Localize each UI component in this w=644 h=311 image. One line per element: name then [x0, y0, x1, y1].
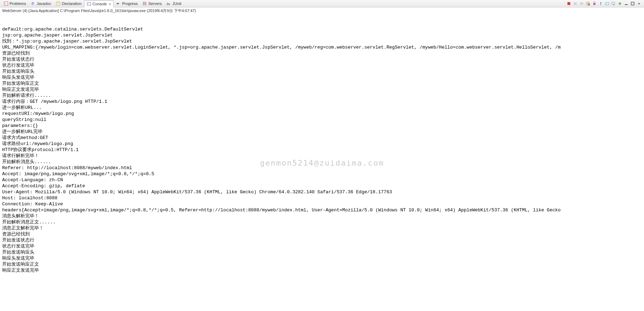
svg-text:!: ! [5, 2, 6, 5]
view-menu-icon[interactable] [636, 1, 642, 6]
svg-rect-10 [117, 3, 119, 4]
tab-servers[interactable]: Servers [140, 0, 164, 7]
svg-rect-30 [612, 2, 615, 4]
open-console-dropdown-icon[interactable] [611, 1, 616, 6]
terminate-icon[interactable] [566, 1, 572, 6]
console-toolbar [566, 1, 644, 6]
tab-label: Console [93, 2, 107, 6]
tab-javadoc[interactable]: @ Javadoc [28, 0, 54, 7]
launch-title: WebServer (4) [Java Application] [2, 9, 59, 13]
clear-icon[interactable] [585, 1, 591, 6]
tab-label: Progress [122, 1, 138, 6]
eclipse-console-view: ! Problems @ Javadoc Declaration Console… [0, 0, 644, 311]
problems-icon: ! [4, 1, 9, 6]
svg-text:@: @ [33, 2, 35, 5]
tab-label: Problems [10, 1, 26, 6]
svg-text:Ju: Ju [166, 2, 170, 6]
remove-all-terminated-icon [579, 1, 584, 6]
tab-label: Javadoc [37, 1, 51, 6]
javadoc-icon: @ [30, 1, 35, 6]
scroll-lock-icon[interactable] [592, 1, 597, 6]
svg-rect-34 [631, 2, 634, 5]
console-output[interactable]: default:org.apache.catalina.servlets.Def… [0, 14, 644, 311]
launch-info-bar: WebServer (4) [Java Application] C:\Prog… [0, 7, 644, 14]
svg-rect-4 [56, 2, 60, 5]
junit-icon: Ju [166, 1, 171, 6]
console-text: default:org.apache.catalina.servlets.Def… [2, 26, 642, 273]
maximize-icon[interactable] [630, 1, 635, 6]
servers-icon [142, 1, 147, 6]
svg-rect-12 [143, 4, 146, 5]
launch-timestamp: (2019年4月9日 下午4:07:47) [147, 9, 196, 13]
tab-problems[interactable]: ! Problems [1, 0, 28, 7]
svg-rect-26 [593, 3, 595, 5]
svg-rect-11 [143, 2, 146, 3]
remove-launch-icon [572, 1, 578, 6]
tab-junit[interactable]: Ju JUnit [164, 0, 184, 7]
launch-path: C:\Program Files\Java\jre1.8.0_161\bin\j… [60, 9, 146, 13]
pin-console-icon[interactable] [598, 1, 604, 6]
tab-progress[interactable]: Progress [114, 0, 140, 7]
tab-console[interactable]: Console ✕ [84, 0, 114, 7]
tab-label: Servers [148, 1, 162, 6]
tab-label: JUnit [172, 1, 181, 6]
tab-declaration[interactable]: Declaration [54, 0, 84, 7]
display-selected-console-icon[interactable] [604, 1, 610, 6]
tab-label: Declaration [62, 1, 82, 6]
console-icon [86, 1, 91, 6]
view-tabbar: ! Problems @ Javadoc Declaration Console… [0, 0, 644, 7]
close-icon[interactable]: ✕ [108, 2, 111, 6]
minimize-icon[interactable] [623, 1, 629, 6]
new-console-view-icon[interactable] [617, 1, 623, 6]
svg-rect-14 [567, 2, 570, 5]
declaration-icon [56, 1, 61, 6]
svg-rect-28 [605, 2, 609, 5]
svg-rect-7 [87, 2, 91, 5]
progress-icon [116, 1, 121, 6]
